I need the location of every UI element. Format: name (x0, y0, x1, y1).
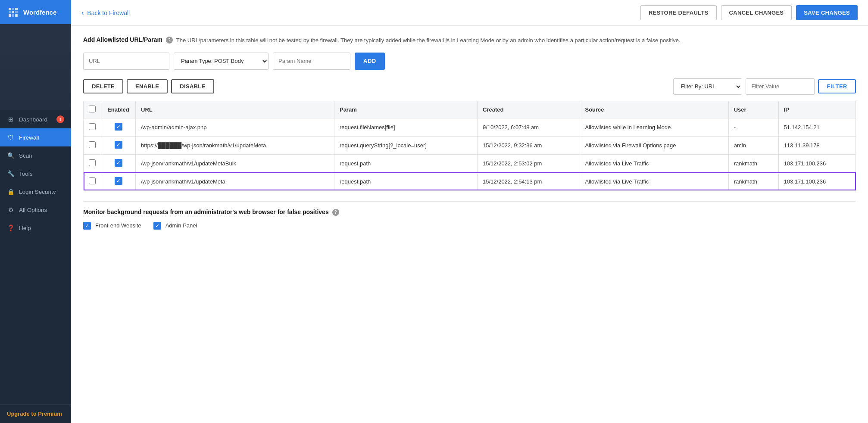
restore-defaults-button[interactable]: RESTORE DEFAULTS (640, 5, 717, 20)
sidebar-item-label-scan: Scan (19, 152, 32, 159)
row-2-created: 15/12/2022, 2:53:02 pm (478, 154, 580, 172)
tools-icon: 🔧 (7, 170, 15, 177)
row-3-created: 15/12/2022, 2:54:13 pm (478, 172, 580, 190)
sidebar-item-tools[interactable]: 🔧 Tools (0, 165, 71, 183)
allowlist-section-header: Add Allowlisted URL/Param ? The URL/para… (83, 36, 856, 45)
param-name-input[interactable] (273, 53, 350, 70)
section-title: Add Allowlisted URL/Param (83, 36, 162, 43)
row-1-created: 15/12/2022, 9:32:36 am (478, 136, 580, 154)
row-3-url: /wp-json/rankmath/v1/updateMeta (136, 172, 334, 190)
sidebar-item-firewall[interactable]: 🛡 Firewall (0, 128, 71, 146)
back-to-firewall-link[interactable]: ‹ Back to Firewall (81, 9, 130, 17)
row-2-enabled-checkbox[interactable] (115, 159, 122, 167)
frontend-website-option[interactable]: Front-end Website (83, 222, 141, 230)
help-icon: ❓ (7, 224, 15, 232)
row-3-checkbox[interactable] (89, 177, 96, 184)
row-0-checkbox[interactable] (89, 123, 96, 130)
filter-value-input[interactable] (746, 78, 815, 95)
row-0-param: request.fileNames[file] (334, 118, 477, 136)
row-0-created: 9/10/2022, 6:07:48 am (478, 118, 580, 136)
save-changes-button[interactable]: SAVE CHANGES (796, 5, 858, 20)
row-1-param: request.queryString[?_locale=user] (334, 136, 477, 154)
table-row: /wp-json/rankmath/v1/updateMetaBulkreque… (84, 154, 856, 172)
row-2-param: request.path (334, 154, 477, 172)
add-allowlist-form: Param Type: POST Body ADD (83, 53, 856, 70)
sidebar-screenshot-preview (0, 24, 71, 110)
upgrade-to-premium-button[interactable]: Upgrade to Premium (0, 404, 71, 423)
row-1-checkbox-cell (84, 136, 101, 154)
col-created: Created (478, 101, 580, 118)
col-source: Source (580, 101, 728, 118)
row-1-checkbox[interactable] (89, 141, 96, 148)
sidebar-logo-text: Wordfence (23, 9, 56, 16)
param-type-select[interactable]: Param Type: POST Body (174, 53, 269, 70)
back-chevron-icon: ‹ (81, 9, 84, 17)
monitor-help-icon[interactable]: ? (332, 209, 339, 216)
sidebar-item-label-login-security: Login Security (19, 189, 56, 195)
delete-button[interactable]: DELETE (83, 79, 123, 93)
table-header-row: Enabled URL Param Created Source User IP (84, 101, 856, 118)
dashboard-badge: 1 (56, 115, 64, 123)
sidebar-item-dashboard[interactable]: ⊞ Dashboard 1 (0, 110, 71, 128)
row-0-source: Allowlisted while in Learning Mode. (580, 118, 728, 136)
frontend-label: Front-end Website (95, 222, 141, 229)
col-user: User (728, 101, 778, 118)
cancel-changes-button[interactable]: CANCEL CHANGES (721, 5, 792, 20)
row-1-enabled-checkbox[interactable] (115, 141, 122, 149)
row-2-ip: 103.171.100.236 (778, 154, 856, 172)
admin-panel-label: Admin Panel (165, 222, 197, 229)
row-1-url: https://██████/wp-json/rankmath/v1/updat… (136, 136, 334, 154)
row-0-enabled-cell (101, 118, 136, 136)
row-0-url: /wp-admin/admin-ajax.php (136, 118, 334, 136)
row-3-source: Allowlisted via Live Traffic (580, 172, 728, 190)
sidebar-item-label-all-options: All Options (19, 207, 47, 213)
row-3-enabled-checkbox[interactable] (115, 177, 122, 185)
sidebar-item-label-help: Help (19, 225, 31, 231)
sidebar-item-help[interactable]: ❓ Help (0, 219, 71, 237)
select-all-checkbox[interactable] (89, 106, 96, 112)
main-content: ‹ Back to Firewall RESTORE DEFAULTS CANC… (71, 0, 868, 423)
disable-button[interactable]: DISABLE (171, 79, 214, 93)
col-url: URL (136, 101, 334, 118)
row-2-enabled-cell (101, 154, 136, 172)
page-content: Add Allowlisted URL/Param ? The URL/para… (71, 26, 868, 423)
monitor-options: Front-end Website Admin Panel (83, 222, 856, 230)
filter-button[interactable]: FILTER (818, 79, 856, 93)
sidebar-item-login-security[interactable]: 🔒 Login Security (0, 183, 71, 201)
back-to-firewall-label: Back to Firewall (87, 9, 130, 16)
row-2-checkbox-cell (84, 154, 101, 172)
row-3-param: request.path (334, 172, 477, 190)
filter-by-select[interactable]: Filter By: URL (673, 78, 742, 95)
url-input[interactable] (83, 53, 169, 70)
row-0-ip: 51.142.154.21 (778, 118, 856, 136)
table-row: /wp-admin/admin-ajax.phprequest.fileName… (84, 118, 856, 136)
login-security-icon: 🔒 (7, 188, 15, 196)
frontend-checkbox[interactable] (83, 222, 91, 230)
sidebar-item-all-options[interactable]: ⚙ All Options (0, 201, 71, 219)
firewall-icon: 🛡 (7, 134, 15, 141)
row-1-enabled-cell (101, 136, 136, 154)
col-checkbox (84, 101, 101, 118)
sidebar-item-label-firewall: Firewall (19, 134, 39, 141)
wordfence-logo-icon (7, 6, 19, 18)
section-help-icon[interactable]: ? (166, 37, 173, 44)
table-row: https://██████/wp-json/rankmath/v1/updat… (84, 136, 856, 154)
row-3-checkbox-cell (84, 172, 101, 190)
monitor-title: Monitor background requests from an admi… (83, 208, 856, 216)
sidebar-logo[interactable]: Wordfence (0, 0, 71, 24)
col-ip: IP (778, 101, 856, 118)
sidebar-item-scan[interactable]: 🔍 Scan (0, 146, 71, 165)
admin-panel-checkbox[interactable] (153, 222, 161, 230)
row-1-source: Allowlisted via Firewall Options page (580, 136, 728, 154)
row-0-enabled-checkbox[interactable] (115, 123, 122, 131)
table-action-bar: DELETE ENABLE DISABLE Filter By: URL FIL… (83, 78, 856, 101)
sidebar-item-label-dashboard: Dashboard (19, 116, 47, 123)
admin-panel-option[interactable]: Admin Panel (153, 222, 197, 230)
row-2-checkbox[interactable] (89, 159, 96, 166)
row-0-checkbox-cell (84, 118, 101, 136)
table-bulk-actions: DELETE ENABLE DISABLE (83, 79, 214, 93)
row-3-ip: 103.171.100.236 (778, 172, 856, 190)
add-button[interactable]: ADD (355, 53, 385, 70)
enable-button[interactable]: ENABLE (127, 79, 168, 93)
allowlist-table: Enabled URL Param Created Source User IP… (83, 101, 856, 191)
